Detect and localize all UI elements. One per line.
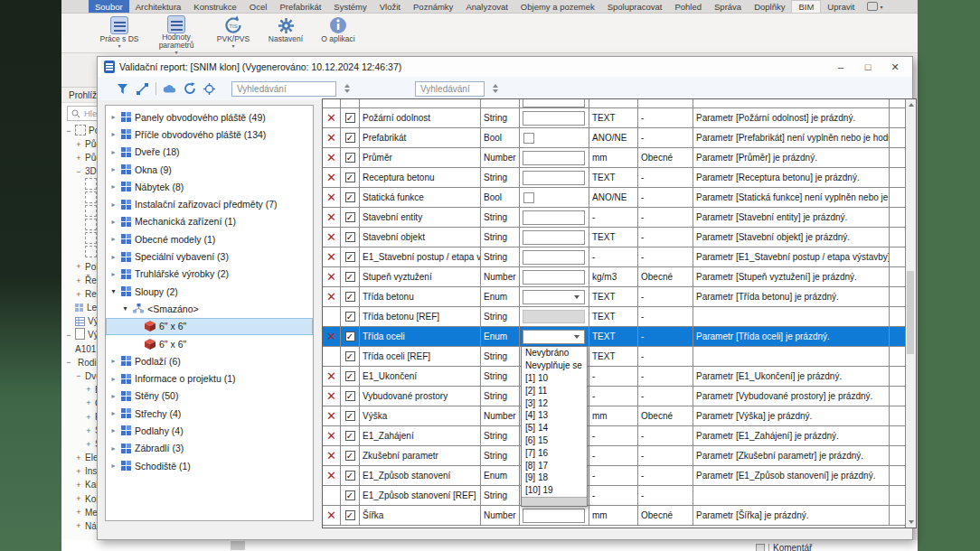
expander-icon[interactable]: ▸ — [109, 148, 118, 156]
tree-item-schodiste-1[interactable]: ▸Schodiště (1) — [106, 457, 313, 474]
expand-toggle[interactable]: − — [65, 126, 72, 135]
tree-item-dvere-18[interactable]: ▸Dveře (18) — [106, 144, 313, 161]
expander-icon[interactable]: ▸ — [109, 130, 118, 138]
dropdown-option[interactable]: Nevybráno — [522, 347, 587, 360]
menu-item-spolupracovat[interactable]: Spolupracovat — [601, 0, 669, 13]
tree-item-obecne-modely-1[interactable]: ▸Obecné modely (1) — [106, 230, 313, 247]
table-row[interactable]: ✕✓E1_Způsob stanoveníEnum--Parametr [E1_… — [323, 466, 906, 486]
table-row[interactable]: ✕✓Požární odolnostStringTEXT-Parametr [P… — [323, 108, 906, 128]
value-input[interactable] — [523, 210, 585, 225]
dropdown-option[interactable]: [2] 11 — [522, 384, 587, 397]
row-checkbox[interactable]: ✓ — [345, 312, 355, 322]
table-row[interactable]: ✕✓Stavební objektStringTEXT-Parametr [St… — [323, 228, 906, 247]
row-checkbox[interactable]: ✓ — [345, 510, 355, 520]
dropdown-option[interactable]: [3] 12 — [522, 397, 587, 409]
value-input[interactable] — [523, 250, 585, 265]
expand-toggle[interactable]: + — [75, 290, 82, 299]
expand-toggle[interactable]: + — [75, 154, 82, 163]
dropdown-option[interactable]: [1] 10 — [522, 372, 587, 385]
tree-item-6-x-6[interactable]: 6" x 6" — [106, 335, 313, 352]
expand-toggle[interactable]: + — [85, 413, 92, 422]
dropdown-option[interactable]: Nevyplňuje se — [522, 360, 587, 372]
expander-icon[interactable]: ▸ — [109, 357, 118, 365]
expander-icon[interactable]: ▸ — [109, 426, 118, 434]
table-row[interactable]: ✕✓ŠířkaNumbermmObecnéParametr [Šířka] je… — [323, 506, 906, 526]
value-input[interactable] — [523, 171, 585, 185]
scroll-down-icon[interactable] — [906, 517, 916, 528]
expand-toggle[interactable]: + — [85, 440, 92, 449]
menu-item-poznamky[interactable]: Poznámky — [407, 0, 459, 13]
value-input[interactable] — [523, 151, 585, 165]
ribbon-button-o-aplikaci[interactable]: O aplikaci — [315, 14, 362, 52]
value-input[interactable] — [523, 230, 585, 245]
table-row[interactable]: ✓Třída betonu [REF]StringTEXT- — [323, 307, 906, 327]
menu-item-systemy[interactable]: Systémy — [327, 0, 372, 13]
table-row[interactable]: ✕✓E1_UkončeníString--Parametr [E1_Ukonče… — [323, 367, 906, 387]
table-row[interactable]: ✕✓PrefabrikátBoolANO/NE-Parametr [Prefab… — [323, 128, 906, 148]
report-search-input[interactable]: Vyhledávání — [231, 81, 336, 97]
expander-icon[interactable]: ▸ — [109, 182, 118, 191]
menu-item-vlozit[interactable]: Vložit — [373, 0, 407, 13]
value-checkbox[interactable] — [523, 192, 534, 203]
table-row[interactable]: ✕✓Stavební entityString--Parametr [Stave… — [323, 208, 906, 228]
search-spinner[interactable] — [493, 81, 501, 97]
value-input[interactable] — [523, 270, 585, 285]
expand-toggle[interactable]: − — [75, 167, 82, 176]
row-checkbox[interactable]: ✓ — [345, 272, 355, 282]
scrollbar-thumb[interactable] — [907, 271, 914, 354]
row-checkbox[interactable]: ✓ — [345, 391, 355, 401]
menu-item-ocel[interactable]: Ocel — [243, 0, 274, 13]
menu-item-bim[interactable]: BIM — [791, 0, 821, 13]
row-checkbox[interactable]: ✓ — [345, 471, 355, 481]
menu-item-objemy-a-pozemek[interactable]: Objemy a pozemek — [514, 0, 601, 13]
expander-icon[interactable]: ▸ — [109, 113, 118, 121]
row-checkbox[interactable]: ✓ — [345, 332, 355, 341]
expander-icon[interactable]: ▸ — [109, 462, 118, 470]
tree-item-6-x-6[interactable]: 6" x 6" — [106, 318, 313, 335]
dropdown-option[interactable]: [9] 18 — [522, 472, 587, 484]
expand-toggle[interactable]: + — [85, 398, 92, 407]
tree-item-pricle-obvodoveho-plaste-134[interactable]: ▸Příčle obvodového pláště (134) — [106, 126, 313, 143]
ribbon-button-nastaveni[interactable]: Nastavení — [262, 14, 309, 52]
expand-toggle[interactable]: − — [65, 331, 72, 340]
row-checkbox[interactable]: ✓ — [345, 192, 355, 202]
table-row[interactable]: ✕✓Třída oceliEnumTEXT-Parametr [Třída oc… — [323, 327, 906, 347]
scrollbar-fragment[interactable] — [231, 541, 245, 550]
expander-icon[interactable]: ▾ — [121, 304, 129, 313]
expander-icon[interactable]: ▸ — [109, 165, 118, 173]
expand-toggle[interactable]: − — [75, 371, 82, 380]
table-row[interactable]: ✕✓Zkušební parametrString--Parametr [Zku… — [323, 446, 906, 466]
row-checkbox[interactable]: ✓ — [345, 490, 355, 500]
expand-toggle[interactable]: + — [75, 276, 82, 285]
search-spinner[interactable] — [344, 81, 353, 97]
tree-item-sloupy-2[interactable]: ▾Sloupy (2) — [106, 283, 313, 300]
ribbon-button-prace-s-ds[interactable]: Práce s DS▾ — [96, 14, 143, 52]
value-combobox[interactable] — [523, 290, 585, 304]
value-input[interactable] — [523, 99, 585, 107]
menu-item-upravit[interactable]: Upravit — [821, 0, 861, 13]
menu-item-doplnky[interactable]: Doplňky — [748, 0, 791, 13]
row-checkbox[interactable]: ✓ — [345, 113, 355, 123]
menu-item-pohled[interactable]: Pohled — [668, 0, 708, 13]
tree-item-strechy-4[interactable]: ▸Střechy (4) — [106, 405, 313, 422]
dialog-title-bar[interactable]: Validační report: [SNIM klon] (Vygenerov… — [98, 57, 912, 77]
refresh-icon[interactable] — [183, 82, 196, 96]
ribbon-display-options-icon[interactable]: ▾ — [861, 0, 889, 13]
row-checkbox[interactable]: ✓ — [345, 431, 355, 441]
expander-icon[interactable]: ▸ — [109, 218, 118, 226]
row-checkbox[interactable]: ✓ — [345, 173, 355, 182]
menu-item-analyzovat[interactable]: Analyzovat — [459, 0, 514, 13]
table-row[interactable]: ✕✓Vybudované prostoryString--Parametr [V… — [323, 387, 906, 406]
value-input[interactable] — [523, 111, 585, 126]
expander-icon[interactable]: ▸ — [109, 270, 118, 278]
tree-item-instalacni-zarizovaci-predmety-7[interactable]: ▸Instalační zařizovací předměty (7) — [106, 195, 313, 212]
comment-checkbox[interactable] — [756, 544, 765, 551]
table-row[interactable]: ✕✓Třída betonuEnumTEXT-Parametr [Třída b… — [323, 287, 906, 307]
tree-item-podlahy-4[interactable]: ▸Podlahy (4) — [106, 422, 313, 439]
value-input[interactable] — [523, 509, 585, 523]
cloud-icon[interactable] — [163, 82, 176, 96]
row-checkbox[interactable]: ✓ — [345, 351, 355, 361]
table-search-input[interactable]: Vyhledávání — [415, 81, 485, 97]
expander-icon[interactable]: ▸ — [109, 409, 118, 417]
ribbon-button-pvk-pvs[interactable]: TISPVK/PVS▾ — [210, 14, 257, 52]
